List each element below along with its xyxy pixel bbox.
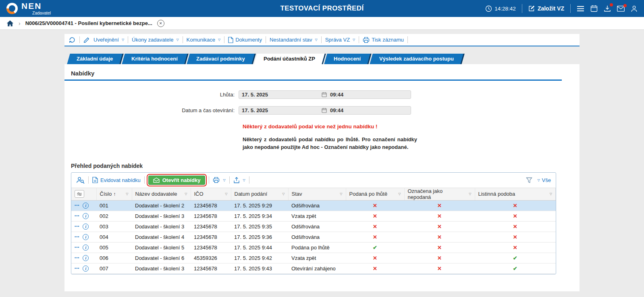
paper-form-mark-check-icon: ✔ <box>475 263 556 274</box>
menu-komunikace[interactable]: Komunikace▽ <box>187 37 221 43</box>
row-info-icon[interactable]: i <box>83 266 89 272</box>
messages-button[interactable] <box>617 6 625 12</box>
col-ico[interactable]: IČO▽ <box>191 188 231 200</box>
menu-uverejneni[interactable]: Uveřejnění▽ <box>93 37 124 43</box>
section-rule <box>64 79 562 81</box>
table-row[interactable]: •••i005Dodavatel - školení 51234567817. … <box>71 242 556 253</box>
table-row[interactable]: •••i002Dodavatel - školení 31234567817. … <box>71 211 556 221</box>
row-menu-icon[interactable]: ••• <box>75 201 79 211</box>
col-datum-podani[interactable]: Datum podání▽ <box>231 188 288 200</box>
col-oznacena-jako-nepodana[interactable]: Označena jako nepodaná▽ <box>404 188 475 200</box>
edit-button[interactable] <box>83 37 90 43</box>
top-header: NEN Zadavatel TESTOVACÍ PROSTŘEDÍ 14:28:… <box>0 0 644 17</box>
divider <box>88 176 89 184</box>
table-row[interactable]: •••i001Dodavatel - školení 21234567817. … <box>71 200 556 211</box>
filter-dropdown-icon[interactable]: ▽ <box>225 192 227 196</box>
row-info-icon[interactable]: i <box>83 255 89 261</box>
row-menu-icon[interactable]: ••• <box>75 243 79 253</box>
filter-dropdown-icon[interactable]: ▽ <box>469 192 471 196</box>
menu-ukony-zadavatele[interactable]: Úkony zadavatele▽ <box>132 37 179 43</box>
divider <box>224 36 224 43</box>
export-icon <box>233 177 240 183</box>
calendar-button[interactable] <box>590 5 598 12</box>
filter-dropdown-icon[interactable]: ▽ <box>340 192 342 196</box>
offer-status: Odšifrována <box>288 200 346 211</box>
menu-sprava-vz[interactable]: Správa VZ▽ <box>325 37 355 43</box>
row-info-icon[interactable]: i <box>83 224 89 230</box>
row-info-icon[interactable]: i <box>83 245 89 251</box>
divider <box>522 4 522 13</box>
row-info-icon[interactable]: i <box>83 213 89 219</box>
create-vz-button[interactable]: Založit VZ <box>528 5 564 12</box>
document-icon <box>228 37 233 43</box>
breadcrumb-record[interactable]: N006/25/V00004741 - Posílení kybernetick… <box>25 20 152 26</box>
chevron-down-icon: ▽ <box>315 38 318 42</box>
col-podana-po-lhute[interactable]: Podaná po lhůtě▽ <box>346 188 404 200</box>
filter-icon[interactable] <box>526 177 532 183</box>
supplier-name: Dodavatel - školení 2 <box>132 200 191 211</box>
col-cislo[interactable]: Číslo↑▽ <box>96 188 132 200</box>
submission-datetime: 17. 5. 2025 9:29 <box>231 200 288 211</box>
menu-nestandardni-stav[interactable]: Nestandardní stav▽ <box>270 37 318 43</box>
print-grid-button[interactable]: ▽ <box>213 177 225 183</box>
brand[interactable]: NEN Zadavatel <box>6 2 51 15</box>
find-supplier-button[interactable] <box>76 176 85 184</box>
column-settings-icon[interactable] <box>75 190 84 198</box>
not-submitted-mark-cross-icon: ✕ <box>404 232 475 242</box>
row-info-icon[interactable]: i <box>83 234 89 240</box>
breadcrumb: › N006/25/V00004741 - Posílení kyberneti… <box>0 17 644 30</box>
history-button[interactable] <box>69 36 76 44</box>
printer-icon <box>213 177 220 183</box>
tab-content: Nabídky Lhůta: 17. 5. 2025 09:44 Datum a… <box>64 64 580 291</box>
table-row[interactable]: •••i003Dodavatel - školení 31234567817. … <box>71 221 556 232</box>
menu-button[interactable] <box>577 6 584 12</box>
supplier-ico: 12345678 <box>191 211 231 221</box>
home-icon[interactable] <box>6 20 14 27</box>
late-mark-cross-icon: ✕ <box>346 253 404 263</box>
offer-status: Odšifrována <box>288 221 346 232</box>
row-menu-icon[interactable]: ••• <box>75 211 79 221</box>
tab-kriteria-hodnoceni[interactable]: Kritéria hodnocení <box>122 54 189 64</box>
calendar-icon[interactable] <box>322 92 327 97</box>
register-offer-button[interactable]: Evidovat nabídku <box>92 177 141 183</box>
divider <box>229 176 230 184</box>
table-row[interactable]: •••i007Dodavatel - školení 31234567817. … <box>71 263 556 274</box>
opening-field[interactable]: 17. 5. 2025 09:44 <box>239 106 411 115</box>
open-offers-button[interactable]: Otevřít nabídky <box>148 176 206 185</box>
late-mark-cross-icon: ✕ <box>346 211 404 221</box>
row-menu-icon[interactable]: ••• <box>75 264 79 274</box>
tab-vysledek-zadavaciho-postupu[interactable]: Výsledek zadávacího postupu <box>370 54 464 64</box>
not-submitted-mark-cross-icon: ✕ <box>404 211 475 221</box>
col-stav[interactable]: Stav▽ <box>288 188 346 200</box>
table-row[interactable]: •••i006Dodavatel - školení 64535932617. … <box>71 253 556 263</box>
view-filter-dropdown[interactable]: ▽ Vše <box>536 177 551 183</box>
downloads-button[interactable] <box>604 5 611 12</box>
filter-dropdown-icon[interactable]: ▽ <box>185 192 187 196</box>
tab-podani-ucastniku-zp[interactable]: Podání účastníků ZP <box>254 54 326 64</box>
filter-dropdown-icon[interactable]: ▽ <box>282 192 285 196</box>
col-nazev-dodavatele[interactable]: Název dodavatele▽ <box>132 188 191 200</box>
filter-dropdown-icon[interactable]: ▽ <box>550 192 552 196</box>
col-listinna-podoba[interactable]: Listinná podoba▽ <box>475 188 556 200</box>
brand-role: Zadavatel <box>32 11 51 15</box>
filter-dropdown-icon[interactable]: ▽ <box>398 192 401 196</box>
table-row[interactable]: •••i004Dodavatel - školení 41234567817. … <box>71 232 556 242</box>
row-menu-icon[interactable]: ••• <box>75 222 79 232</box>
deadline-field[interactable]: 17. 5. 2025 09:44 <box>239 90 411 99</box>
filter-dropdown-icon[interactable]: ▽ <box>126 192 128 196</box>
row-menu-icon[interactable]: ••• <box>75 232 79 242</box>
print-record-button[interactable]: Tisk záznamu <box>363 37 404 43</box>
close-record-icon[interactable]: ✕ <box>157 20 164 27</box>
profile-button[interactable] <box>631 5 638 12</box>
menu-dokumenty[interactable]: Dokumenty <box>228 37 262 43</box>
tab-zadavaci-podminky[interactable]: Zadávací podmínky <box>187 54 256 64</box>
offer-status: Vzata zpět <box>288 253 346 263</box>
calendar-icon[interactable] <box>322 108 327 113</box>
person-icon <box>631 5 638 12</box>
export-button[interactable]: ▽ <box>233 177 245 183</box>
row-info-icon[interactable]: i <box>83 203 89 209</box>
row-menu-icon[interactable]: ••• <box>75 253 79 263</box>
tab-hodnoceni[interactable]: Hodnocení <box>324 54 372 64</box>
offers-grid-panel: Evidovat nabídku Otevřít nabídky ▽ ▽ <box>71 172 556 274</box>
tab-zakladni-udaje[interactable]: Základní údaje <box>67 54 124 64</box>
